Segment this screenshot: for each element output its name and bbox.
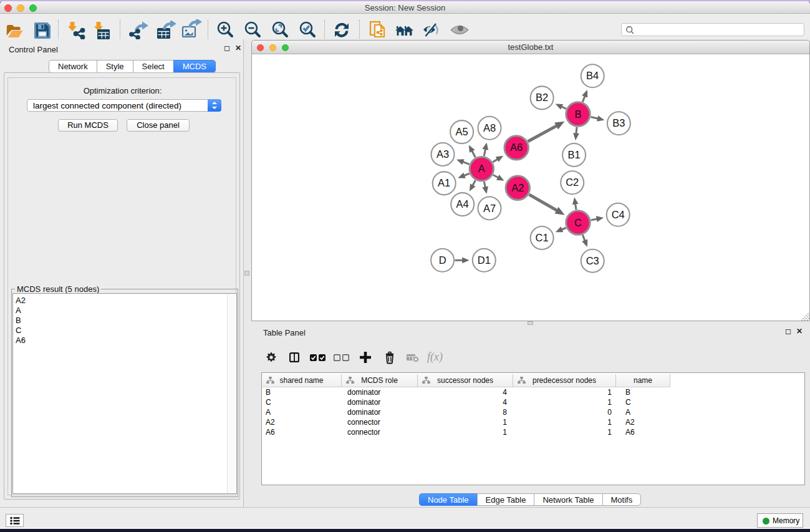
svg-text:B3: B3: [612, 117, 625, 128]
svg-text:D1: D1: [478, 254, 491, 266]
svg-text:A4: A4: [456, 198, 469, 210]
svg-text:B2: B2: [536, 92, 548, 103]
svg-text:A2: A2: [511, 182, 524, 193]
svg-text:A8: A8: [483, 122, 496, 133]
svg-text:A7: A7: [483, 203, 496, 214]
svg-text:A6: A6: [510, 142, 523, 153]
svg-text:A: A: [478, 163, 485, 174]
svg-text:B: B: [574, 109, 581, 120]
svg-text:C3: C3: [586, 255, 599, 266]
svg-text:C: C: [574, 217, 582, 228]
svg-text:C2: C2: [566, 177, 579, 188]
svg-text:A1: A1: [438, 177, 450, 188]
svg-text:C1: C1: [536, 232, 549, 243]
svg-text:B4: B4: [586, 70, 599, 81]
svg-text:f(x): f(x): [427, 352, 443, 363]
svg-text:D: D: [439, 254, 446, 266]
svg-text:B1: B1: [568, 149, 581, 160]
svg-text:A3: A3: [436, 148, 449, 160]
svg-text:C4: C4: [612, 209, 625, 220]
svg-text:A5: A5: [456, 126, 468, 137]
